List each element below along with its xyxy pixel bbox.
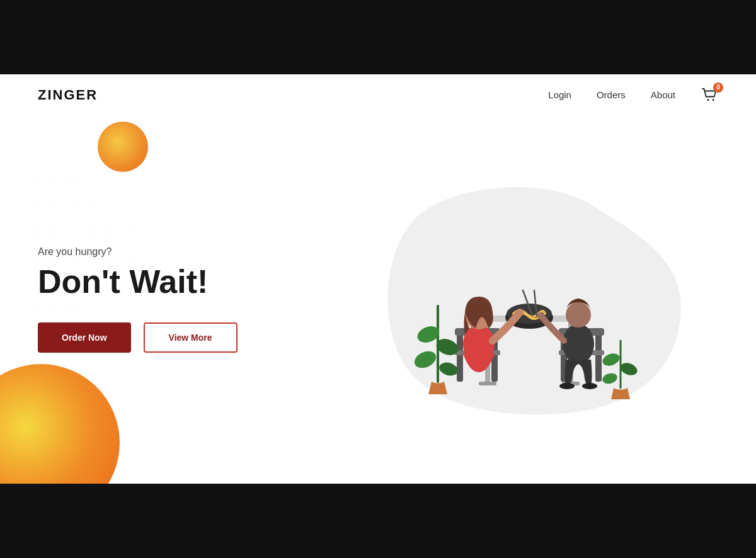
main-area: ZINGER Login Orders About 0 (0, 74, 756, 484)
svg-rect-69 (457, 331, 463, 382)
deco-large-circle (0, 364, 120, 484)
hero-subtitle: Are you hungry? (38, 246, 340, 258)
brand-logo: ZINGER (38, 87, 98, 103)
dining-illustration (397, 193, 662, 407)
svg-point-79 (563, 324, 594, 364)
nav-about[interactable]: About (651, 89, 675, 100)
nav-links: Login Orders About 0 (548, 86, 718, 104)
svg-point-91 (601, 372, 618, 385)
svg-point-90 (619, 360, 639, 377)
svg-point-82 (566, 302, 591, 327)
nav-orders[interactable]: Orders (597, 89, 626, 100)
cart-badge: 0 (713, 83, 723, 93)
hero-buttons: Order Now View More (38, 322, 340, 353)
hero-illustration (340, 115, 718, 484)
nav-login[interactable]: Login (548, 89, 571, 100)
bottom-black-bar (0, 484, 756, 558)
svg-point-87 (438, 360, 459, 377)
svg-point-81 (582, 383, 597, 389)
hero-section: Are you hungry? Don't Wait! Order Now Vi… (0, 115, 756, 484)
order-now-button[interactable]: Order Now (38, 322, 131, 353)
svg-rect-63 (479, 382, 496, 385)
cart-button[interactable]: 0 (701, 86, 718, 104)
svg-point-86 (412, 348, 439, 371)
hero-title: Don't Wait! (38, 264, 340, 300)
svg-point-0 (707, 99, 709, 101)
svg-rect-76 (595, 331, 602, 382)
navbar: ZINGER Login Orders About 0 (0, 74, 756, 115)
svg-point-1 (713, 99, 714, 101)
view-more-button[interactable]: View More (144, 322, 238, 353)
deco-orange-circle (98, 122, 148, 172)
hero-text-block: Are you hungry? Don't Wait! Order Now Vi… (38, 246, 340, 353)
top-black-bar (0, 0, 756, 74)
svg-point-80 (559, 383, 575, 389)
